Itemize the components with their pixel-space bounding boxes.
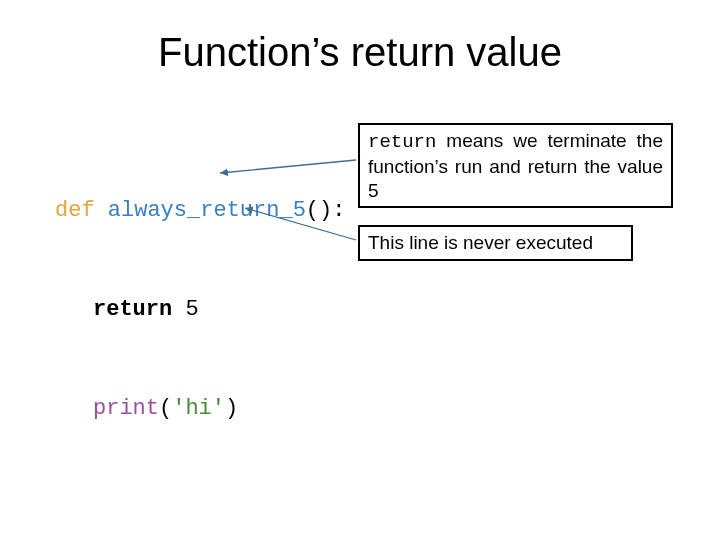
function-name: always_return_5 bbox=[108, 198, 306, 223]
string-literal: 'hi' bbox=[172, 396, 225, 421]
rparen: ) bbox=[225, 396, 238, 421]
callout-text: This line is never executed bbox=[368, 232, 593, 253]
callout-mono: return bbox=[368, 131, 436, 153]
keyword-def: def bbox=[55, 198, 95, 223]
code-block: def always_return_5(): return 5 print('h… bbox=[55, 128, 345, 491]
builtin-print: print bbox=[93, 396, 159, 421]
code-line-3: print('hi') bbox=[55, 392, 345, 425]
page-title: Function’s return value bbox=[0, 30, 720, 75]
slide: Function’s return value def always_retur… bbox=[0, 0, 720, 540]
keyword-return: return bbox=[93, 297, 172, 322]
literal-5: 5 bbox=[185, 297, 198, 322]
callout-never-executed: This line is never executed bbox=[358, 225, 633, 261]
code-line-2: return 5 bbox=[55, 293, 345, 326]
space bbox=[172, 297, 185, 322]
code-line-1: def always_return_5(): bbox=[55, 194, 345, 227]
space bbox=[95, 198, 108, 223]
callout-return-explain: return means we terminate the function’s… bbox=[358, 123, 673, 208]
parentheses: (): bbox=[306, 198, 346, 223]
lparen: ( bbox=[159, 396, 172, 421]
